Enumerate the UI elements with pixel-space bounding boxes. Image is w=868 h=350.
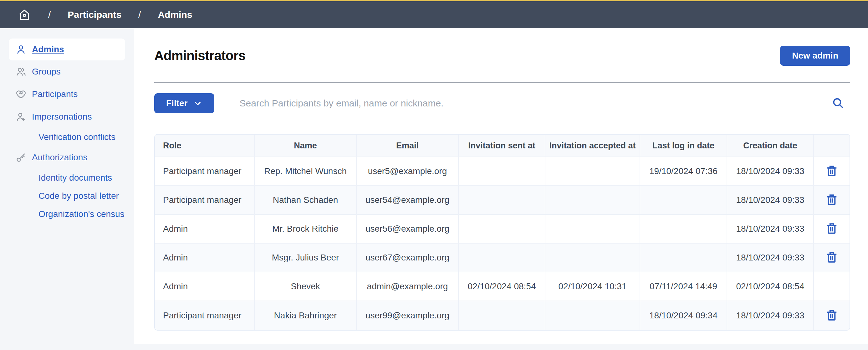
delete-admin-button[interactable]	[824, 221, 840, 238]
cell-name: Rep. Mitchel Wunsch	[254, 157, 356, 186]
sidebar-item-verification-conflicts[interactable]: Verification conflicts	[0, 128, 134, 146]
cell-last-log-in-date	[640, 243, 726, 272]
cell-invitation-sent-at	[458, 186, 545, 215]
filter-button-label: Filter	[166, 98, 187, 108]
cell-invitation-accepted-at	[545, 186, 640, 215]
sidebar-item-label: Impersonations	[32, 112, 92, 122]
page-title: Administrators	[154, 48, 246, 63]
cell-last-log-in-date	[640, 215, 726, 243]
delete-admin-button[interactable]	[824, 307, 840, 324]
cell-role: Admin	[155, 215, 254, 243]
sidebar-item-label: Verification conflicts	[38, 132, 116, 142]
cell-email: user54@example.org	[356, 186, 458, 215]
divider	[154, 82, 850, 83]
sidebar-item-code-by-postal-letter[interactable]: Code by postal letter	[0, 187, 134, 205]
cell-email: user99@example.org	[356, 301, 458, 330]
heart-icon	[15, 88, 27, 100]
table-row: Participant managerRep. Mitchel Wunschus…	[155, 157, 849, 186]
cell-last-log-in-date: 07/11/2024 14:49	[640, 272, 726, 301]
cell-actions	[813, 157, 849, 186]
chevron-down-icon	[193, 98, 203, 108]
cell-creation-date: 18/10/2024 09:33	[726, 186, 813, 215]
cell-creation-date: 18/10/2024 09:33	[726, 157, 813, 186]
column-header-last-log-in-date: Last log in date	[640, 135, 726, 157]
home-gear-icon	[18, 8, 31, 22]
cell-invitation-accepted-at	[545, 215, 640, 243]
sidebar-item-label: Admins	[32, 45, 64, 55]
sidebar-item-participants[interactable]: Participants	[0, 83, 134, 106]
cell-invitation-sent-at	[458, 301, 545, 330]
breadcrumb: / Participants / Admins	[0, 1, 868, 28]
delete-admin-button[interactable]	[824, 192, 840, 209]
search-icon	[831, 96, 844, 110]
sidebar-item-label: Authorizations	[32, 152, 87, 163]
cell-role: Participant manager	[155, 301, 254, 330]
cell-invitation-sent-at	[458, 157, 545, 186]
cell-role: Admin	[155, 243, 254, 272]
cell-name: Shevek	[254, 272, 356, 301]
column-header-actions	[813, 135, 849, 157]
trash-icon	[825, 222, 839, 235]
column-header-invitation-sent-at: Invitation sent at	[458, 135, 545, 157]
cell-creation-date: 18/10/2024 09:33	[726, 301, 813, 330]
table-row: AdminShevekadmin@example.org02/10/2024 0…	[155, 272, 849, 301]
cell-email: admin@example.org	[356, 272, 458, 301]
cell-role: Participant manager	[155, 157, 254, 186]
search-button[interactable]	[831, 96, 844, 111]
sidebar-item-label: Participants	[32, 89, 78, 99]
cell-actions	[813, 186, 849, 215]
breadcrumb-admins[interactable]: Admins	[158, 9, 192, 20]
cell-invitation-accepted-at: 02/10/2024 10:31	[545, 272, 640, 301]
cell-invitation-accepted-at	[545, 243, 640, 272]
user-icon	[15, 43, 27, 55]
sidebar-item-label: Groups	[32, 67, 61, 77]
breadcrumb-participants[interactable]: Participants	[68, 9, 121, 20]
sidebar: AdminsGroupsParticipantsImpersonationsVe…	[0, 28, 134, 350]
cell-name: Msgr. Julius Beer	[254, 243, 356, 272]
sidebar-item-organizations-census[interactable]: Organization's census	[0, 205, 134, 223]
cell-role: Admin	[155, 272, 254, 301]
cell-email: user56@example.org	[356, 215, 458, 243]
sidebar-item-authorizations[interactable]: Authorizations	[0, 146, 134, 169]
delete-admin-button[interactable]	[824, 163, 840, 180]
user-plus-icon	[15, 111, 27, 123]
cell-actions	[813, 272, 849, 301]
cell-name: Nakia Bahringer	[254, 301, 356, 330]
cell-name: Nathan Schaden	[254, 186, 356, 215]
cell-name: Mr. Brock Ritchie	[254, 215, 356, 243]
sidebar-item-label: Organization's census	[38, 209, 125, 219]
cell-creation-date: 18/10/2024 09:33	[726, 243, 813, 272]
cell-actions	[813, 301, 849, 330]
cell-creation-date: 18/10/2024 09:33	[726, 215, 813, 243]
cell-invitation-sent-at: 02/10/2024 08:54	[458, 272, 545, 301]
table-row: AdminMr. Brock Ritchieuser56@example.org…	[155, 215, 849, 243]
sidebar-item-identity-documents[interactable]: Identity documents	[0, 169, 134, 187]
table-row: AdminMsgr. Julius Beeruser67@example.org…	[155, 243, 849, 272]
sidebar-item-label: Code by postal letter	[38, 191, 119, 201]
new-admin-button[interactable]: New admin	[780, 46, 850, 66]
column-header-role: Role	[155, 135, 254, 157]
column-header-email: Email	[356, 135, 458, 157]
cell-invitation-accepted-at	[545, 157, 640, 186]
key-icon	[15, 151, 27, 164]
table-row: Participant managerNathan Schadenuser54@…	[155, 186, 849, 215]
breadcrumb-separator: /	[138, 9, 141, 20]
table-header-row: Role Name Email Invitation sent at Invit…	[155, 135, 849, 157]
column-header-creation-date: Creation date	[726, 135, 813, 157]
sidebar-item-admins[interactable]: Admins	[9, 38, 125, 60]
cell-email: user5@example.org	[356, 157, 458, 186]
cell-actions	[813, 215, 849, 243]
search-input[interactable]	[239, 94, 831, 113]
trash-icon	[825, 164, 839, 178]
sidebar-item-groups[interactable]: Groups	[0, 60, 134, 83]
cell-email: user67@example.org	[356, 243, 458, 272]
sidebar-item-label: Identity documents	[38, 173, 112, 183]
main-content: Administrators New admin Filter	[134, 28, 868, 344]
delete-admin-button[interactable]	[824, 249, 840, 266]
filter-row: Filter	[154, 93, 850, 113]
trash-icon	[825, 309, 839, 322]
breadcrumb-separator: /	[48, 9, 51, 20]
breadcrumb-home[interactable]	[18, 8, 31, 22]
filter-button[interactable]: Filter	[154, 93, 214, 113]
sidebar-item-impersonations[interactable]: Impersonations	[0, 106, 134, 128]
